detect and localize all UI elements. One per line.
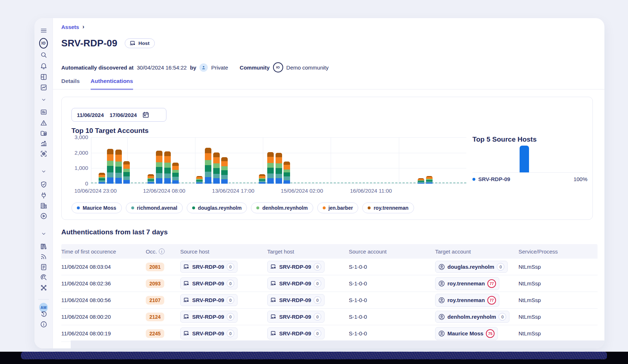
top5-legend-label: SRV-RDP-09: [478, 176, 510, 182]
legend-chip[interactable]: jen.barber: [317, 202, 359, 213]
target-host-chip[interactable]: SRV-RDP-090: [267, 277, 325, 289]
report-document-icon[interactable]: [39, 263, 48, 271]
target-accounts-chart: 3,0002,0001,000010/06/2024 23:0012/06/20…: [71, 133, 539, 204]
legend-dot: [323, 206, 326, 209]
top5-title: Top 5 Source Hosts: [472, 135, 587, 143]
target-account-chip[interactable]: douglas.reynholm0: [435, 261, 508, 273]
bar-segment: [267, 173, 274, 178]
info-icon[interactable]: [39, 320, 48, 329]
bar-segment: [115, 162, 122, 167]
bar-segment: [276, 174, 282, 179]
shield-check-icon[interactable]: [39, 180, 48, 189]
bar-segment: [221, 170, 228, 175]
legend-chip[interactable]: denholm.reynholm: [251, 202, 313, 213]
table-row[interactable]: 11/06/2024 08:03:042081SRV-RDP-090SRV-RD…: [61, 259, 598, 275]
table-row[interactable]: 11/06/2024 08:00:202124SRV-RDP-090SRV-RD…: [61, 309, 598, 325]
history-icon[interactable]: [39, 310, 48, 318]
chevron-down-icon[interactable]: [39, 167, 48, 176]
count-badge: 0: [314, 330, 321, 337]
bar-segment: [221, 175, 228, 179]
legend-chip[interactable]: douglas.reynholm: [187, 202, 247, 213]
detection-tap-icon[interactable]: [39, 273, 48, 281]
knowledge-library-icon[interactable]: [39, 242, 48, 251]
organization-building-icon[interactable]: [39, 201, 48, 210]
occ-info-icon[interactable]: i: [159, 248, 165, 254]
bell-icon[interactable]: [39, 61, 48, 70]
breadcrumb-assets[interactable]: Assets: [61, 24, 79, 30]
gridline-h: [91, 137, 466, 138]
stacked-bar: [107, 149, 113, 184]
source-host-chip[interactable]: SRV-RDP-090: [180, 294, 237, 306]
target-account-chip[interactable]: Maurice Moss75: [435, 327, 498, 340]
target-host-chip[interactable]: SRV-RDP-090: [267, 327, 325, 339]
target-host-chip-label: SRV-RDP-09: [279, 297, 311, 303]
activity-chart-icon[interactable]: [39, 139, 48, 147]
bar-segment: [284, 176, 290, 180]
occurrences-pill: 2245: [146, 329, 164, 338]
target-host-chip[interactable]: SRV-RDP-090: [267, 294, 325, 306]
bar-segment: [221, 161, 228, 166]
time-cell: 11/06/2024 08:00:20: [61, 314, 146, 320]
bar-segment: [276, 157, 282, 163]
target-host-chip[interactable]: SRV-RDP-090: [267, 261, 325, 273]
bar-segment: [99, 182, 105, 184]
source-host-chip[interactable]: SRV-RDP-090: [180, 311, 237, 323]
table-row[interactable]: 11/06/2024 08:02:362093SRV-RDP-090SRV-RD…: [61, 275, 598, 292]
playbooks-play-icon[interactable]: [39, 212, 48, 220]
target-account-chip-label: Maurice Moss: [447, 330, 483, 336]
x-axis-label: 15/06/2024 02:00: [281, 188, 323, 194]
count-badge: 0: [314, 296, 321, 304]
bar-segment: [267, 163, 274, 168]
legend-chip[interactable]: Maurice Moss: [71, 202, 122, 213]
news-report-icon[interactable]: [39, 108, 48, 116]
horizontal-scrollbar[interactable]: [71, 340, 604, 348]
target-account-chip[interactable]: denholm.reynholm0: [435, 311, 509, 323]
stacked-bar: [426, 176, 433, 184]
target-host-chip[interactable]: SRV-RDP-090: [267, 311, 325, 323]
bar-segment: [172, 177, 179, 180]
assets-folder-icon[interactable]: [39, 129, 48, 138]
legend-chip[interactable]: richmond.avenal: [126, 202, 183, 213]
col-time: Time of first occurence: [61, 248, 146, 255]
target-host-chip-label: SRV-RDP-09: [279, 264, 311, 270]
breadcrumb[interactable]: Assets ›: [61, 24, 84, 30]
source-host-chip-label: SRV-RDP-09: [192, 264, 224, 270]
calendar-icon[interactable]: [142, 112, 149, 118]
count-badge: 0: [227, 263, 234, 271]
stacked-bar: [418, 178, 424, 184]
asset-scan-icon[interactable]: [39, 149, 48, 158]
feeds-rss-icon[interactable]: [39, 252, 48, 261]
legend-label: douglas.reynholm: [198, 205, 242, 211]
source-host-chip[interactable]: SRV-RDP-090: [180, 277, 237, 289]
table-row[interactable]: 11/06/2024 08:00:562107SRV-RDP-090SRV-RD…: [61, 292, 598, 309]
date-to[interactable]: 17/06/2024: [110, 112, 137, 118]
count-badge: 0: [227, 296, 234, 304]
risk-badge: 77: [487, 279, 496, 288]
apps-grid-icon[interactable]: [39, 72, 48, 81]
community-value: Demo community: [286, 64, 329, 71]
date-from[interactable]: 11/06/2024: [77, 112, 104, 118]
alert-triangle-icon[interactable]: [39, 118, 48, 127]
target-account-chip[interactable]: roy.trenneman77: [435, 294, 499, 307]
time-cell: 11/06/2024 08:00:56: [61, 297, 146, 303]
integrations-plug-icon[interactable]: [39, 191, 48, 200]
table-row[interactable]: 11/06/2024 08:00:192245SRV-RDP-090SRV-RD…: [61, 325, 598, 342]
chevron-down-icon[interactable]: [39, 95, 48, 104]
legend-dot: [131, 206, 134, 209]
chevron-down-icon[interactable]: [39, 229, 48, 238]
chart-box-icon[interactable]: [39, 83, 48, 92]
source-host-chip-label: SRV-RDP-09: [192, 330, 224, 336]
topology-network-icon[interactable]: [39, 283, 48, 292]
search-icon[interactable]: [39, 50, 48, 59]
tab-details[interactable]: Details: [61, 78, 80, 90]
legend-chip[interactable]: roy.trenneman: [362, 202, 414, 213]
source-host-chip[interactable]: SRV-RDP-090: [180, 327, 237, 339]
menu-icon[interactable]: [39, 26, 48, 35]
tab-authentications[interactable]: Authentications: [91, 78, 133, 90]
app-logo-icon[interactable]: IO: [39, 39, 48, 47]
date-range-picker[interactable]: 11/06/2024 17/06/2024: [71, 108, 166, 122]
asset-meta: Automatically discovered at 30/04/2024 1…: [61, 62, 329, 72]
target-account-chip[interactable]: roy.trenneman77: [435, 277, 499, 290]
target-account-chip-label: denholm.reynholm: [447, 314, 496, 320]
source-host-chip[interactable]: SRV-RDP-090: [180, 261, 237, 273]
